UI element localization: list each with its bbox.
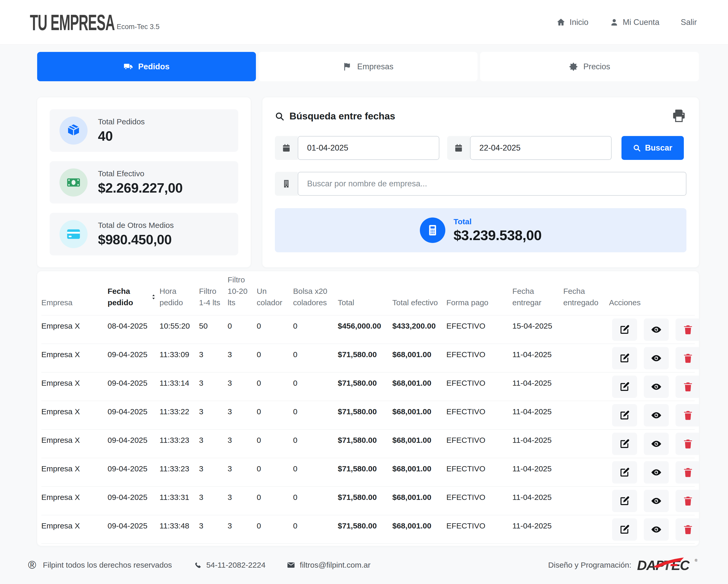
cell-total: $71,580.00 (338, 458, 392, 486)
cell-fecha-entregar: 11-04-2025 (512, 401, 563, 429)
footer-phone: 54-11-2082-2224 (193, 561, 265, 569)
cell-filtro-10-20: 3 (228, 515, 257, 544)
tab-precios-label: Precios (583, 62, 610, 72)
cell-empresa: Empresa X (41, 401, 108, 429)
print-button[interactable] (671, 108, 686, 124)
col-hora-pedido: Hora pedido (159, 285, 199, 315)
cell-filtro-10-20: 3 (228, 458, 257, 486)
cell-forma-pago: EFECTIVO (446, 315, 512, 344)
table-row: Empresa X 09-04-2025 11:33:22 3 3 0 0 $7… (41, 401, 695, 429)
brand-logo: TU EMPRESA (30, 11, 80, 33)
cell-filtro-1-4: 3 (199, 344, 228, 372)
buscar-label: Buscar (645, 143, 672, 152)
delete-button[interactable] (676, 433, 699, 455)
cell-fecha-entregado (563, 315, 609, 344)
cell-empresa: Empresa X (41, 486, 108, 515)
delete-button[interactable] (676, 404, 699, 426)
delete-button[interactable] (676, 490, 699, 512)
cell-empresa: Empresa X (41, 515, 108, 544)
edit-button[interactable] (612, 347, 637, 369)
user-icon (610, 18, 619, 27)
eye-icon (651, 524, 662, 535)
view-button[interactable] (644, 461, 669, 483)
app-version: Ecom-Tec 3.5 (116, 23, 159, 33)
cell-total-efectivo: $433,200.00 (392, 315, 446, 344)
app-footer: ® Filpint todos los derechos reservados … (0, 546, 728, 584)
flag-icon (343, 62, 352, 72)
tab-precios[interactable]: Precios (480, 52, 699, 81)
sort-icon[interactable] (150, 294, 157, 300)
table-header-row: Empresa Fecha pedido Hora pedido Filtro … (41, 271, 695, 315)
cell-total: $71,580.00 (338, 401, 392, 429)
cell-filtro-1-4: 50 (199, 315, 228, 344)
row-actions (609, 401, 699, 429)
search-panel: Búsqueda entre fechas (262, 97, 699, 267)
cell-filtro-1-4: 3 (199, 401, 228, 429)
cell-total-efectivo: $68,001.00 (392, 486, 446, 515)
total-label: Total (453, 217, 542, 226)
delete-button[interactable] (676, 461, 699, 483)
building-icon (275, 172, 298, 196)
edit-button[interactable] (612, 404, 637, 426)
nav-mi-cuenta[interactable]: Mi Cuenta (610, 18, 659, 27)
trash-icon (682, 438, 694, 449)
col-un-colador: Un colador (257, 285, 293, 315)
col-fecha-pedido: Fecha pedido (108, 285, 159, 315)
cell-un-colador: 0 (257, 458, 293, 486)
delete-button[interactable] (676, 376, 699, 398)
edit-icon (619, 438, 630, 449)
delete-button[interactable] (676, 518, 699, 541)
cell-un-colador: 0 (257, 372, 293, 401)
delete-button[interactable] (676, 347, 699, 369)
tab-bar: Pedidos Empresas Precios (37, 52, 699, 81)
col-filtro-1-4: Filtro 1-4 lts (199, 285, 228, 315)
search-title: Búsqueda entre fechas (289, 111, 395, 122)
edit-button[interactable] (612, 461, 637, 483)
cell-filtro-10-20: 3 (228, 401, 257, 429)
date-filters: Buscar (275, 136, 686, 160)
eye-icon (651, 438, 662, 449)
cell-filtro-10-20: 3 (228, 429, 257, 458)
view-button[interactable] (644, 318, 669, 341)
edit-button[interactable] (612, 433, 637, 455)
eye-icon (651, 467, 662, 478)
nav-salir[interactable]: Salir (681, 18, 697, 27)
company-search-input[interactable] (298, 172, 686, 196)
tab-empresas[interactable]: Empresas (259, 52, 477, 81)
cell-fecha-entregado (563, 458, 609, 486)
date-to-input[interactable] (470, 136, 612, 160)
view-button[interactable] (644, 347, 669, 369)
eye-icon (651, 353, 662, 364)
buscar-button[interactable]: Buscar (622, 136, 684, 160)
col-filtro-10-20: Filtro 10-20 lts (228, 274, 257, 315)
cash-icon (59, 168, 87, 196)
total-value: $3.239.538,00 (453, 227, 542, 243)
cell-fecha-entregado (563, 372, 609, 401)
trash-icon (682, 353, 694, 364)
view-button[interactable] (644, 433, 669, 455)
view-button[interactable] (644, 518, 669, 541)
stat-total-pedidos: Total Pedidos 40 (50, 109, 238, 152)
edit-button[interactable] (612, 490, 637, 512)
view-button[interactable] (644, 404, 669, 426)
nav-inicio[interactable]: Inicio (556, 18, 588, 27)
edit-button[interactable] (612, 318, 637, 341)
tab-pedidos[interactable]: Pedidos (37, 52, 256, 81)
table-row: Empresa X 08-04-2025 10:55:20 50 0 0 0 $… (41, 315, 695, 344)
cell-hora-pedido: 10:55:20 (159, 315, 199, 344)
app-header: TU EMPRESA Ecom-Tec 3.5 Inicio Mi Cuenta… (0, 0, 728, 45)
view-button[interactable] (644, 376, 669, 398)
delete-button[interactable] (676, 318, 699, 341)
eye-icon (651, 324, 662, 335)
stat-label: Total de Otros Medios (98, 221, 174, 230)
edit-button[interactable] (612, 376, 637, 398)
edit-button[interactable] (612, 518, 637, 541)
registered-icon: ® (28, 560, 36, 571)
view-button[interactable] (644, 490, 669, 512)
cell-empresa: Empresa X (41, 344, 108, 372)
cell-filtro-10-20: 3 (228, 372, 257, 401)
stat-value: 40 (98, 128, 145, 144)
calendar-icon (275, 136, 298, 160)
date-from-input[interactable] (298, 136, 439, 160)
cell-total: $71,580.00 (338, 344, 392, 372)
